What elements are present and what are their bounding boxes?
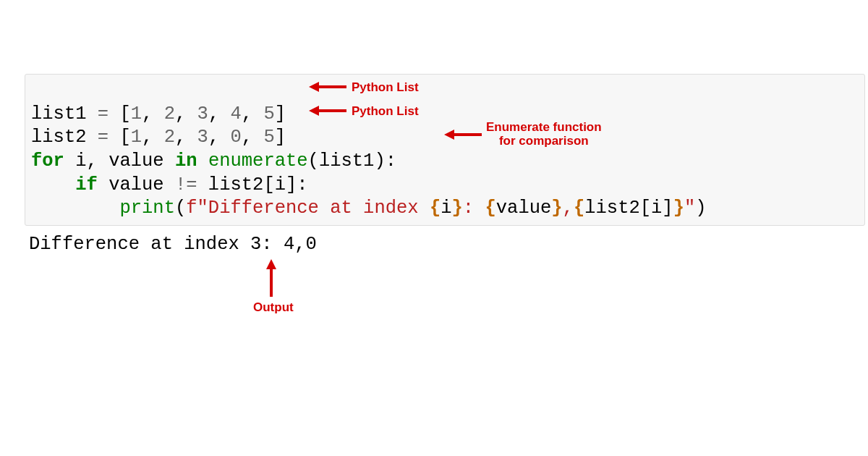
annotation-output: Output: [253, 301, 294, 315]
output-text: Difference at index 3: 4,0: [29, 234, 317, 255]
arrow-left-icon: [309, 80, 346, 93]
annotation-python-list-1: Python List: [352, 81, 419, 95]
code-block: list1 = [1, 2, 3, 4, 5] list2 = [1, 2, 3…: [25, 74, 865, 226]
arrow-left-icon: [309, 104, 346, 117]
code-line-5: print(f"Difference at index {i}: {value}…: [31, 198, 707, 219]
code-line-2: list2 = [1, 2, 3, 0, 5]: [31, 127, 286, 148]
arrow-left-icon: [444, 128, 482, 141]
annotation-enumerate: Enumerate function for comparison: [486, 121, 602, 148]
svg-marker-5: [444, 130, 454, 140]
svg-marker-7: [266, 259, 276, 269]
svg-marker-1: [309, 82, 319, 92]
svg-marker-3: [309, 106, 319, 116]
annotation-python-list-2: Python List: [352, 105, 419, 119]
code-line-1: list1 = [1, 2, 3, 4, 5]: [31, 104, 286, 124]
arrow-up-icon: [265, 259, 278, 297]
code-line-4: if value != list2[i]:: [31, 174, 308, 195]
code-line-3: for i, value in enumerate(list1):: [31, 151, 396, 172]
